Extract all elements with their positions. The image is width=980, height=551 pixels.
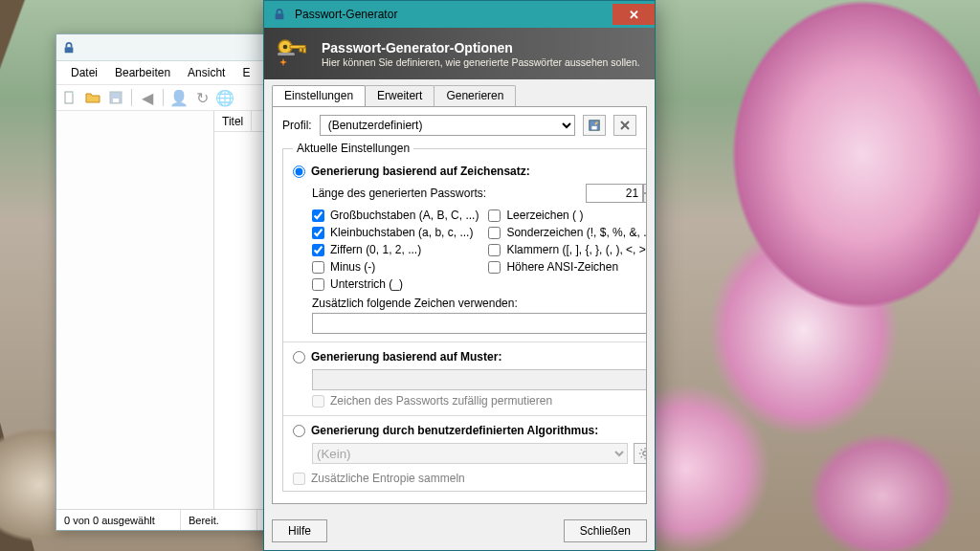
check-ansi[interactable] xyxy=(488,261,501,274)
svg-rect-0 xyxy=(65,47,74,53)
check-space[interactable] xyxy=(488,209,501,222)
share-icon[interactable]: ◀ xyxy=(138,88,157,107)
tree-pane[interactable] xyxy=(56,111,214,509)
svg-line-20 xyxy=(641,456,642,457)
tab-advanced[interactable]: Erweitert xyxy=(365,85,434,106)
svg-point-13 xyxy=(643,452,647,455)
delete-profile-button[interactable] xyxy=(613,115,636,136)
svg-rect-12 xyxy=(591,126,596,130)
check-minus[interactable] xyxy=(312,261,324,274)
open-folder-icon[interactable] xyxy=(83,88,102,107)
svg-rect-1 xyxy=(65,92,73,103)
app-lock-icon xyxy=(62,41,76,55)
pattern-input[interactable] xyxy=(312,369,647,390)
password-generator-dialog: Passwort-Generator ✕ Passwort-Generator-… xyxy=(263,0,656,551)
separator xyxy=(283,415,647,416)
tab-generate[interactable]: Generieren xyxy=(434,85,516,106)
length-label: Länge des generierten Passworts: xyxy=(312,187,486,200)
length-step-down[interactable]: ▼ xyxy=(643,193,647,203)
check-lowercase-label: Kleinbuchstaben (a, b, c, ...) xyxy=(330,226,473,239)
user-icon[interactable]: 👤 xyxy=(169,88,189,107)
save-profile-button[interactable] xyxy=(583,115,606,136)
svg-rect-8 xyxy=(300,48,302,52)
check-digits-label: Ziffern (0, 1, 2, ...) xyxy=(330,243,421,256)
profile-select[interactable]: (Benutzerdefiniert) xyxy=(320,115,575,136)
check-digits[interactable] xyxy=(312,244,324,256)
radio-pattern[interactable] xyxy=(293,351,305,364)
extra-chars-input[interactable] xyxy=(312,313,647,334)
algorithm-settings-button[interactable] xyxy=(634,443,647,464)
svg-point-6 xyxy=(283,45,288,50)
svg-rect-3 xyxy=(113,99,119,102)
toolbar-separator xyxy=(131,89,132,106)
check-entropy[interactable] xyxy=(293,473,305,485)
check-space-label: Leerzeichen ( ) xyxy=(506,209,583,222)
check-permute[interactable] xyxy=(312,395,324,408)
app-lock-icon xyxy=(270,5,289,24)
check-underscore[interactable] xyxy=(312,278,324,291)
radio-algorithm-label: Generierung durch benutzerdefinierten Al… xyxy=(311,424,598,437)
radio-charset[interactable] xyxy=(293,165,305,178)
close-dialog-button[interactable]: Schließen xyxy=(564,519,647,542)
svg-line-18 xyxy=(641,450,642,451)
toolbar-separator xyxy=(163,89,164,106)
radio-charset-label: Generierung basierend auf Zeichensatz: xyxy=(311,165,530,178)
radio-pattern-label: Generierung basierend auf Muster: xyxy=(311,350,501,364)
tab-strip: Einstellungen Erweitert Generieren xyxy=(264,79,655,106)
menu-view[interactable]: Ansicht xyxy=(179,63,234,82)
current-settings-group: Aktuelle Einstellungen Generierung basie… xyxy=(282,142,647,492)
new-file-icon[interactable] xyxy=(60,88,79,107)
check-special-label: Sonderzeichen (!, $, %, &, ...) xyxy=(506,226,647,239)
status-ready: Bereit. xyxy=(181,510,257,530)
column-title[interactable]: Titel xyxy=(214,111,252,131)
svg-rect-9 xyxy=(303,48,306,53)
menu-file[interactable]: Datei xyxy=(62,63,106,82)
tabpanel-settings: Profil: (Benutzerdefiniert) Aktuelle Ein… xyxy=(272,106,647,504)
dialog-title: Passwort-Generator xyxy=(295,8,397,21)
key-sparkle-icon xyxy=(274,35,310,72)
refresh-icon[interactable]: ↻ xyxy=(192,88,212,107)
group-legend: Aktuelle Einstellungen xyxy=(293,142,413,155)
check-underscore-label: Unterstrich (_) xyxy=(330,277,403,291)
radio-algorithm[interactable] xyxy=(293,425,305,437)
status-selection: 0 von 0 ausgewählt xyxy=(56,510,181,530)
length-input[interactable] xyxy=(586,184,643,203)
svg-rect-4 xyxy=(276,13,284,19)
algorithm-select[interactable]: (Kein) xyxy=(312,443,628,464)
check-minus-label: Minus (-) xyxy=(330,260,375,274)
banner: Passwort-Generator-Optionen Hier können … xyxy=(264,28,655,79)
help-button[interactable]: Hilfe xyxy=(272,519,327,542)
banner-heading: Passwort-Generator-Optionen xyxy=(322,40,640,55)
extra-chars-label: Zusätzlich folgende Zeichen verwenden: xyxy=(312,297,647,310)
save-icon[interactable] xyxy=(106,88,125,107)
check-uppercase[interactable] xyxy=(312,209,324,222)
check-entropy-label: Zusätzliche Entropie sammeln xyxy=(311,472,465,485)
length-step-up[interactable]: ▲ xyxy=(643,184,647,193)
check-permute-label: Zeichen des Passworts zufällig permutier… xyxy=(330,394,552,408)
menu-extras[interactable]: E xyxy=(234,63,258,82)
banner-subtitle: Hier können Sie definieren, wie generier… xyxy=(322,56,640,68)
check-uppercase-label: Großbuchstaben (A, B, C, ...) xyxy=(330,209,479,222)
globe-icon[interactable]: 🌐 xyxy=(215,88,234,107)
close-button[interactable]: ✕ xyxy=(612,4,655,25)
check-special[interactable] xyxy=(488,227,501,239)
tab-settings[interactable]: Einstellungen xyxy=(272,85,366,106)
dialog-footer: Hilfe Schließen xyxy=(264,512,655,550)
check-brackets[interactable] xyxy=(488,244,501,256)
separator xyxy=(283,342,647,342)
check-brackets-label: Klammern ([, ], {, }, (, ), <, >) xyxy=(506,243,647,256)
dialog-titlebar[interactable]: Passwort-Generator ✕ xyxy=(264,1,655,28)
check-ansi-label: Höhere ANSI-Zeichen xyxy=(506,260,618,274)
check-lowercase[interactable] xyxy=(312,227,324,239)
profile-label: Profil: xyxy=(282,119,312,132)
menu-edit[interactable]: Bearbeiten xyxy=(106,63,179,82)
svg-rect-10 xyxy=(278,53,295,55)
